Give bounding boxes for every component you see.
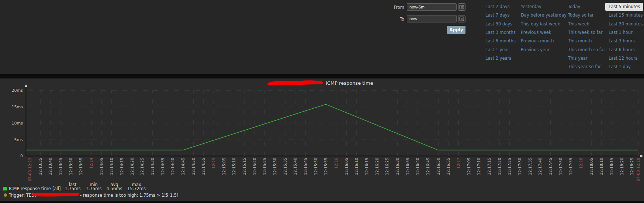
x-tick-label: 12:15:45 (303, 158, 308, 175)
x-tick-label: 12:16:20 (375, 158, 379, 175)
from-input[interactable] (407, 3, 457, 11)
quick-range-item[interactable]: This week (568, 21, 589, 27)
x-tick-label: 12:13:35 (38, 158, 42, 175)
quick-range-item[interactable]: Previous week (521, 30, 551, 35)
x-tick-label: 12:17:15 (487, 158, 491, 175)
x-tick-label: 12:18:05 (589, 158, 593, 175)
x-tick-label: 12:17:35 (528, 158, 532, 175)
x-tick-label: 12:16:45 (426, 158, 430, 175)
x-tick-label: 12:15 (211, 158, 216, 169)
x-tick-label: 12:14:35 (160, 158, 165, 175)
x-tick-label: 12:15:20 (252, 158, 257, 175)
x-tick-label: 12:13:50 (69, 158, 73, 175)
to-input[interactable] (407, 15, 457, 22)
quick-range-item[interactable]: This month (568, 38, 592, 44)
x-tick-label: 12:17:45 (548, 158, 553, 175)
x-tick-label: 12:13:55 (79, 158, 83, 175)
calendar-grid-icon (459, 4, 464, 10)
quick-range-item[interactable]: Today (568, 4, 580, 10)
quick-range-item[interactable]: Last 3 months (485, 30, 516, 35)
legend-series-name: ICMP response time (9, 186, 51, 191)
x-tick-label: 12:17:10 (477, 158, 481, 175)
x-tick-label: 12:15:30 (273, 158, 277, 175)
quick-range-item[interactable]: Last 5 minutes (605, 3, 643, 11)
x-tick-label: 12:15:10 (232, 158, 236, 175)
x-tick-label: 12:14:30 (150, 158, 155, 175)
x-tick-label: 12:16:40 (415, 158, 420, 175)
x-tick-label: 12:17:25 (507, 158, 512, 175)
quick-range-item[interactable]: Previous month (521, 38, 554, 44)
x-tick-label: 12:16:50 (436, 158, 440, 175)
quick-range-item[interactable]: Last 30 minutes (609, 21, 643, 27)
x-tick-label: 12:14:10 (109, 158, 114, 175)
x-tick-label: 12:17:05 (467, 158, 471, 175)
x-tick-label: 12:16:15 (364, 158, 369, 175)
quick-range-item[interactable]: Last 6 months (485, 38, 516, 44)
calendar-grid-icon (459, 16, 464, 21)
quick-range-item[interactable]: This year so far (568, 64, 601, 70)
quick-range-item[interactable]: Last 2 days (485, 4, 510, 10)
time-filter-panel: From To Appl (0, 0, 644, 74)
quick-range-item[interactable]: This month so far (568, 47, 605, 53)
to-calendar-button[interactable] (458, 15, 465, 22)
quick-range-item[interactable]: Last 30 days (485, 21, 512, 27)
apply-button[interactable]: Apply (447, 26, 465, 34)
x-tick-label: 12:15:05 (222, 158, 226, 175)
x-tick-label: 12:17:30 (517, 158, 522, 175)
x-tick-label: 12:17:40 (538, 158, 542, 175)
quick-range-item[interactable]: Last 3 hours (609, 38, 635, 44)
quick-range-item[interactable]: Last 1 day (609, 64, 631, 70)
x-tick-label: 12:16:35 (405, 158, 410, 175)
quick-range-item[interactable]: Last 7 days (485, 13, 510, 18)
from-calendar-button[interactable] (458, 3, 465, 11)
x-tick-label: 12:16:30 (395, 158, 399, 175)
quick-range-item[interactable]: Previous year (521, 47, 550, 53)
bottom-edge (0, 201, 644, 203)
quick-range-item[interactable]: Last 15 minutes (609, 13, 643, 18)
x-tick-label: 12:15:55 (323, 158, 328, 175)
x-tick-label: 12:16:55 (446, 158, 450, 175)
x-tick-label: 12:16:25 (385, 158, 389, 175)
x-tick-label: 12:18 (579, 158, 583, 169)
y-tick-label: 15ms (6, 105, 23, 109)
from-label: From (382, 5, 404, 10)
quick-range-item[interactable]: Last 12 hours (609, 56, 637, 61)
trigger-threshold: [> 1.5] (163, 193, 179, 198)
quick-range-item[interactable]: Last 1 hour (609, 30, 633, 35)
legend-series-function: [all] (52, 186, 60, 191)
x-tick-label: 12:15:35 (283, 158, 287, 175)
x-tick-label: 12:17 (456, 158, 461, 169)
x-tick-label: 12:15:25 (262, 158, 267, 175)
quick-range-item[interactable]: Yesterday (521, 4, 541, 10)
x-tick-label: 12:18:15 (609, 158, 614, 175)
y-tick-label: 20ms (6, 88, 23, 93)
quick-range-item[interactable]: Day before yesterday (521, 13, 567, 18)
x-tick-label: 12:14 (89, 158, 93, 169)
trigger-description: - response time is too high: 1.75ms > 1.… (80, 193, 168, 198)
x-tick-label: 12:14:05 (99, 158, 104, 175)
quick-range-item[interactable]: This week so far (568, 30, 603, 35)
legend-value-max: 15.72ms (127, 186, 146, 191)
trigger-icon (4, 193, 7, 197)
quick-range-item[interactable]: Today so far (568, 13, 593, 18)
x-tick-label: 07-08 12:18 (636, 158, 640, 181)
x-tick-label: 12:14:15 (120, 158, 124, 175)
legend-swatch (3, 187, 7, 190)
x-tick-label: 12:17:50 (558, 158, 563, 175)
quick-range-item[interactable]: Last 2 years (485, 56, 511, 61)
x-tick-label: 12:14:45 (181, 158, 185, 175)
x-tick-label: 12:15:40 (293, 158, 297, 175)
x-tick-label: 12:18:20 (620, 158, 624, 175)
x-tick-label: 12:18:25 (630, 158, 634, 175)
quick-range-item[interactable]: Last 6 hours (609, 47, 635, 53)
to-label: To (382, 17, 404, 22)
quick-range-item[interactable]: Last 1 year (485, 47, 509, 53)
quick-range-item[interactable]: This year (568, 56, 588, 61)
x-tick-label: 12:14:25 (140, 158, 144, 175)
legend-value-last: 1.75ms (65, 186, 81, 191)
quick-range-item[interactable]: This day last week (521, 21, 560, 27)
y-tick-label: 5ms (6, 137, 23, 142)
x-tick-label: 07-08 12:13 (28, 158, 32, 181)
y-tick-label: 0 (6, 154, 23, 158)
x-tick-label: 12:15:50 (314, 158, 318, 175)
